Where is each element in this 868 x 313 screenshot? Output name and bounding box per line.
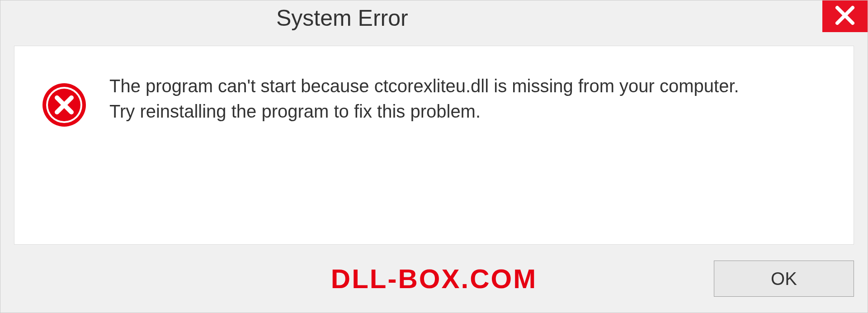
button-area: DLL-BOX.COM OK (0, 245, 868, 313)
dialog-title: System Error (0, 0, 408, 31)
close-button[interactable] (822, 0, 868, 32)
error-message: The program can't start because ctcorexl… (109, 73, 742, 124)
watermark-text: DLL-BOX.COM (331, 263, 537, 294)
error-icon (42, 82, 87, 128)
content-area: The program can't start because ctcorexl… (14, 46, 854, 245)
close-icon (834, 4, 856, 28)
ok-button[interactable]: OK (714, 261, 854, 297)
titlebar: System Error (0, 0, 868, 37)
error-dialog: System Error The program can't start bec… (0, 0, 868, 313)
